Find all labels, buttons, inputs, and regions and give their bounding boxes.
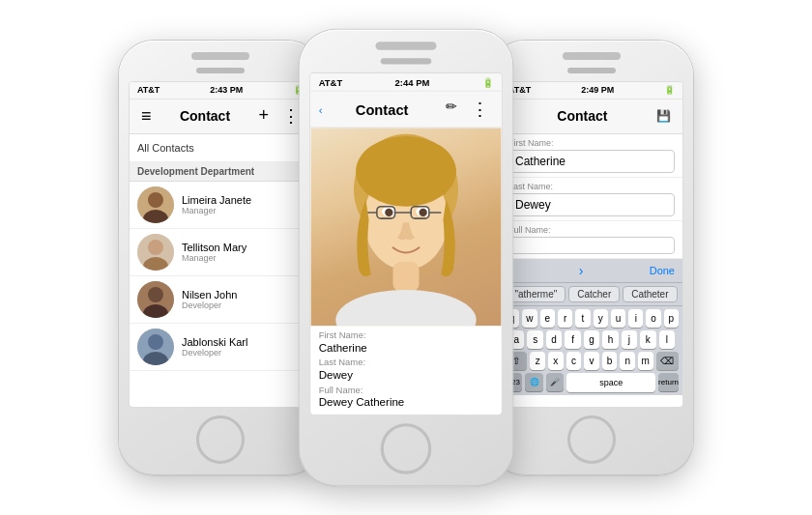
key-r[interactable]: r bbox=[558, 309, 572, 328]
menu-button-1[interactable]: ≡ bbox=[137, 104, 156, 129]
add-contact-button[interactable]: + bbox=[254, 103, 273, 129]
contact-row-limeira[interactable]: Limeira Janete Manager bbox=[130, 182, 311, 229]
contact-name-limeira: Limeira Janete bbox=[182, 194, 304, 206]
contact-row-jablonski[interactable]: Jablonski Karl Developer bbox=[130, 324, 311, 371]
all-contacts-row[interactable]: All Contacts › bbox=[130, 134, 311, 162]
carrier-1: AT&T bbox=[137, 85, 160, 95]
key-space[interactable]: space bbox=[566, 373, 655, 392]
contact-info-limeira: Limeira Janete Manager bbox=[182, 194, 304, 215]
contact-role-nilsen: Developer bbox=[182, 300, 304, 310]
more-button-2[interactable]: ⋮ bbox=[467, 96, 493, 122]
suggest-item-3[interactable]: Catheter bbox=[623, 286, 677, 302]
key-t[interactable]: t bbox=[575, 309, 590, 328]
key-mic[interactable]: 🎤 bbox=[546, 373, 564, 391]
phone-3-screen: AT&T 2:49 PM 🔋 ‹ Contact 💾 First Name: C… bbox=[500, 81, 683, 408]
key-l[interactable]: l bbox=[659, 330, 675, 349]
nav-actions-2: ✏ ⋮ bbox=[442, 96, 494, 122]
svg-point-25 bbox=[335, 289, 476, 325]
full-name-input[interactable] bbox=[508, 237, 675, 254]
svg-point-4 bbox=[148, 240, 163, 255]
nav-bar-2: ‹ Contact ✏ ⋮ bbox=[310, 91, 501, 128]
key-p[interactable]: p bbox=[664, 309, 679, 328]
key-o[interactable]: o bbox=[646, 309, 660, 328]
suggest-item-2[interactable]: Catcher bbox=[568, 286, 620, 302]
contact-row-nilsen[interactable]: Nilsen John Developer bbox=[130, 276, 311, 324]
first-name-value-2: Catherine bbox=[319, 341, 494, 354]
key-m[interactable]: m bbox=[638, 352, 653, 370]
edit-last-name-group: Last Name: Dewey bbox=[501, 178, 682, 221]
key-x[interactable]: x bbox=[548, 352, 564, 370]
key-k[interactable]: k bbox=[640, 330, 655, 349]
key-v[interactable]: v bbox=[584, 352, 599, 370]
suggestions-row: "atherme" Catcher Catheter bbox=[501, 283, 682, 306]
key-c[interactable]: c bbox=[566, 352, 582, 370]
key-d[interactable]: d bbox=[546, 330, 562, 349]
autocomplete-bar: ‹ › Done bbox=[501, 259, 682, 283]
contact-info-nilsen: Nilsen John Developer bbox=[182, 289, 304, 310]
phone-3: AT&T 2:49 PM 🔋 ‹ Contact 💾 First Name: C… bbox=[490, 41, 693, 475]
contact-name-nilsen: Nilsen John bbox=[182, 289, 304, 300]
key-n[interactable]: n bbox=[620, 352, 635, 370]
key-e[interactable]: e bbox=[540, 309, 555, 328]
last-name-value-2: Dewey bbox=[319, 368, 494, 381]
contact-row-tellitson[interactable]: Tellitson Mary Manager bbox=[130, 229, 311, 276]
key-z[interactable]: z bbox=[530, 352, 545, 370]
done-button[interactable]: Done bbox=[650, 265, 675, 276]
save-button[interactable]: 💾 bbox=[652, 107, 675, 125]
key-return[interactable]: return bbox=[658, 373, 679, 391]
edit-first-name-group: First Name: Catherine bbox=[501, 134, 682, 178]
full-name-label-2: Full Name: bbox=[319, 385, 494, 395]
keyboard: q w e r t y u i o p a s d bbox=[501, 306, 682, 395]
phone-2-shell: AT&T 2:44 PM 🔋 ‹ Contact ✏ ⋮ bbox=[300, 29, 513, 486]
key-g[interactable]: g bbox=[584, 330, 599, 349]
key-emoji[interactable]: 🌐 bbox=[525, 373, 542, 391]
keyboard-row-3: ⇧ z x c v b n m ⌫ bbox=[501, 349, 682, 370]
edit-button[interactable]: ✏ bbox=[442, 96, 461, 122]
keyboard-bottom-row: 123 🌐 🎤 space return bbox=[501, 370, 682, 395]
time-3: 2:49 PM bbox=[581, 85, 614, 95]
battery-2: 🔋 bbox=[482, 76, 494, 87]
key-h[interactable]: h bbox=[602, 330, 618, 349]
svg-point-10 bbox=[148, 334, 163, 350]
suggest-item-1[interactable]: "atherme" bbox=[506, 286, 566, 302]
key-w[interactable]: w bbox=[522, 309, 536, 328]
avatar-nilsen bbox=[137, 281, 174, 318]
contact-role-jablonski: Developer bbox=[182, 348, 304, 358]
key-s[interactable]: s bbox=[527, 330, 542, 349]
last-name-label-3: Last Name: bbox=[508, 182, 675, 191]
svg-point-7 bbox=[148, 287, 163, 302]
key-b[interactable]: b bbox=[602, 352, 618, 370]
nav-bar-1: ≡ Contact + ⋮ bbox=[130, 100, 311, 134]
svg-rect-24 bbox=[392, 261, 419, 291]
last-name-label-2: Last Name: bbox=[319, 357, 494, 367]
status-left-1: AT&T bbox=[137, 85, 160, 95]
phone-3-shell: AT&T 2:49 PM 🔋 ‹ Contact 💾 First Name: C… bbox=[490, 41, 693, 475]
phone-2-screen: AT&T 2:44 PM 🔋 ‹ Contact ✏ ⋮ bbox=[309, 72, 503, 415]
time-1: 2:43 PM bbox=[210, 85, 243, 95]
first-name-input[interactable]: Catherine bbox=[508, 150, 675, 173]
phone-2-speaker bbox=[381, 58, 432, 64]
contact-name-jablonski: Jablonski Karl bbox=[182, 336, 304, 348]
nav-title-3: Contact bbox=[512, 108, 652, 124]
keyboard-row-2: a s d f g h j k l bbox=[501, 328, 682, 349]
status-bar-3: AT&T 2:49 PM 🔋 bbox=[501, 82, 682, 100]
status-bar-2: AT&T 2:44 PM 🔋 bbox=[310, 72, 501, 91]
profile-photo bbox=[310, 128, 501, 326]
profile-face-svg bbox=[310, 128, 501, 326]
contact-name-tellitson: Tellitson Mary bbox=[182, 242, 304, 253]
key-j[interactable]: j bbox=[622, 330, 637, 349]
section-header: Development Department bbox=[130, 162, 311, 182]
full-name-value-2: Dewey Catherine bbox=[319, 395, 494, 408]
nav-title-2: Contact bbox=[323, 100, 442, 117]
edit-full-name-group: Full Name: bbox=[501, 221, 682, 259]
key-i[interactable]: i bbox=[628, 309, 643, 328]
keyboard-row-1: q w e r t y u i o p bbox=[501, 306, 682, 328]
key-u[interactable]: u bbox=[611, 309, 625, 328]
last-name-input[interactable]: Dewey bbox=[508, 193, 675, 216]
scene: AT&T 2:43 PM 🔋 ≡ Contact + ⋮ bbox=[0, 0, 812, 515]
avatar-tellitson bbox=[137, 234, 174, 271]
avatar-jablonski bbox=[137, 329, 174, 365]
key-y[interactable]: y bbox=[594, 309, 608, 328]
key-delete[interactable]: ⌫ bbox=[656, 352, 679, 370]
key-f[interactable]: f bbox=[565, 330, 580, 349]
